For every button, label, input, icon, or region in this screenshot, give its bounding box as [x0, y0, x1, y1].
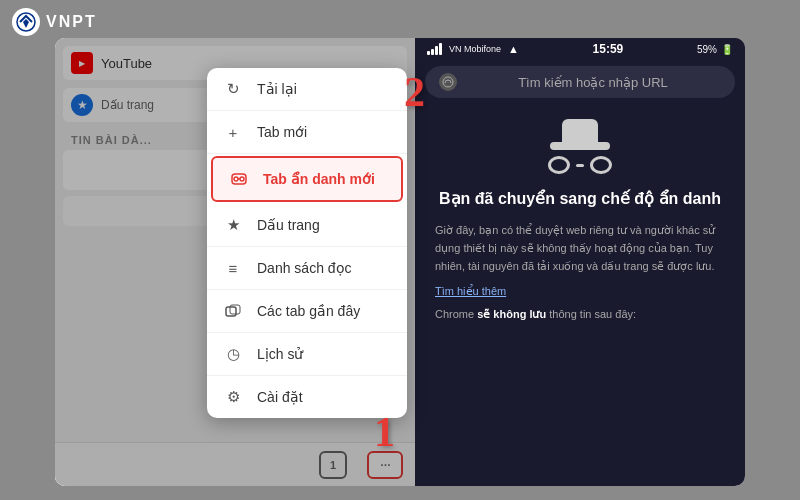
incognito-description: Giờ đây, bạn có thể duyệt web riêng tư v… — [435, 222, 725, 275]
glass-bridge — [576, 164, 584, 167]
vnpt-label: VNPT — [46, 13, 97, 31]
signal-bar-1 — [427, 51, 430, 55]
settings-icon: ⚙ — [223, 387, 243, 407]
incognito-panel: VN Mobifone ▲ 15:59 59% 🔋 Tìm kiếm hoặc … — [415, 38, 745, 486]
spy-glasses-icon — [548, 156, 612, 174]
recent-tabs-label: Các tab gần đây — [257, 303, 360, 319]
status-right: 59% 🔋 — [697, 44, 733, 55]
incognito-title: Bạn đã chuyển sang chế độ ẩn danh — [439, 188, 721, 210]
phone-mockup: YouTube ★ Dấu trang TIN BÀI DÀ... ↻ Tải … — [55, 38, 745, 486]
learn-more-link[interactable]: Tìm hiểu thêm — [435, 285, 506, 298]
incognito-content: Bạn đã chuyển sang chế độ ẩn danh Giờ đâ… — [415, 104, 745, 486]
signal-bar-4 — [439, 43, 442, 55]
incognito-menu-icon — [229, 169, 249, 189]
status-left: VN Mobifone ▲ — [427, 43, 519, 55]
battery-icon: 🔋 — [721, 44, 733, 55]
star-menu-icon: ★ — [223, 215, 243, 235]
spy-hat-icon — [550, 120, 610, 150]
svg-point-3 — [240, 177, 244, 181]
incognito-label: Tab ẩn danh mới — [263, 171, 375, 187]
left-glass — [548, 156, 570, 174]
badge-2: 2 — [404, 68, 425, 116]
settings-label: Cài đặt — [257, 389, 303, 405]
list-icon: ≡ — [223, 258, 243, 278]
badge-1: 1 — [374, 408, 395, 456]
svg-rect-4 — [226, 307, 236, 316]
chrome-note-prefix: Chrome — [435, 308, 477, 320]
history-icon: ◷ — [223, 344, 243, 364]
chrome-note-suffix: thông tin sau đây: — [546, 308, 636, 320]
chrome-note-bold: sẽ không lưu — [477, 308, 546, 320]
reload-icon: ↻ — [223, 79, 243, 99]
svg-point-2 — [234, 177, 238, 181]
plus-icon: + — [223, 122, 243, 142]
spy-icon-container — [548, 120, 612, 174]
battery-percentage: 59% — [697, 44, 717, 55]
right-glass — [590, 156, 612, 174]
address-placeholder: Tìm kiếm hoặc nhập URL — [465, 75, 721, 90]
status-bar: VN Mobifone ▲ 15:59 59% 🔋 — [415, 38, 745, 60]
status-time: 15:59 — [593, 42, 624, 56]
signal-icon — [427, 43, 442, 55]
tabs-icon — [223, 301, 243, 321]
address-bar[interactable]: Tìm kiếm hoặc nhập URL — [425, 66, 735, 98]
reading-list-label: Danh sách đọc — [257, 260, 352, 276]
network-label: VN Mobifone — [449, 44, 501, 54]
vnpt-icon — [12, 8, 40, 36]
hat-brim — [550, 142, 610, 150]
bookmarks-menu-label: Dấu trang — [257, 217, 320, 233]
menu-item-new-tab[interactable]: + Tab mới — [207, 111, 407, 154]
dropdown-menu: ↻ Tải lại + Tab mới Tab ẩn danh mới — [207, 68, 407, 418]
menu-item-reading-list[interactable]: ≡ Danh sách đọc — [207, 247, 407, 290]
browser-left-panel: YouTube ★ Dấu trang TIN BÀI DÀ... ↻ Tải … — [55, 38, 415, 486]
menu-item-bookmarks[interactable]: ★ Dấu trang — [207, 204, 407, 247]
wifi-icon: ▲ — [508, 43, 519, 55]
incognito-address-icon — [439, 73, 457, 91]
hat-top — [562, 119, 598, 143]
vnpt-logo: VNPT — [12, 8, 97, 36]
history-label: Lịch sử — [257, 346, 303, 362]
menu-item-incognito[interactable]: Tab ẩn danh mới — [211, 156, 403, 202]
menu-item-recent-tabs[interactable]: Các tab gần đây — [207, 290, 407, 333]
reload-label: Tải lại — [257, 81, 297, 97]
menu-item-history[interactable]: ◷ Lịch sử — [207, 333, 407, 376]
signal-bar-2 — [431, 49, 434, 55]
chrome-note: Chrome sẽ không lưu thông tin sau đây: — [435, 308, 636, 321]
menu-item-reload[interactable]: ↻ Tải lại — [207, 68, 407, 111]
new-tab-label: Tab mới — [257, 124, 307, 140]
svg-point-6 — [443, 77, 453, 87]
signal-bar-3 — [435, 46, 438, 55]
